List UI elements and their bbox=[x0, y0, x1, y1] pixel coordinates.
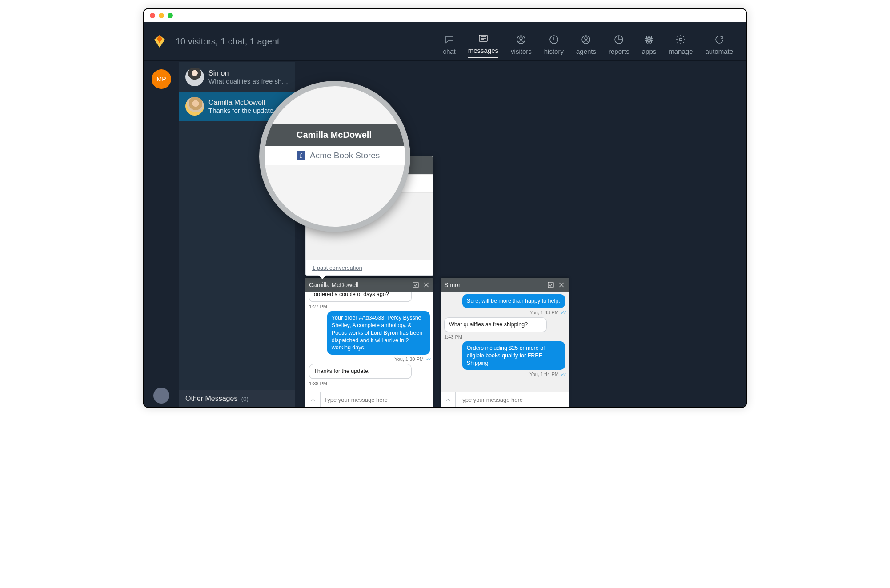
current-agent-badge[interactable]: MP bbox=[152, 69, 171, 89]
expand-input-button[interactable] bbox=[305, 392, 321, 407]
visitor-page-row-zoom: f Acme Book Stores bbox=[265, 146, 405, 165]
svg-point-16 bbox=[679, 38, 682, 41]
expand-input-button[interactable] bbox=[441, 392, 456, 407]
message-received: ordered a couple of days ago? bbox=[309, 292, 412, 302]
zoom-window-icon[interactable] bbox=[168, 13, 173, 18]
message-sent: Your order #Ad34533, Percy Bysshe Shelle… bbox=[327, 311, 430, 355]
resolve-check-icon[interactable] bbox=[412, 281, 419, 288]
conversation-preview: Thanks for the update. bbox=[208, 107, 275, 114]
zoom-lens: Camilla McDowell f Acme Book Stores bbox=[259, 81, 410, 232]
message-sent: Sure, will be more than happy to help. bbox=[462, 294, 565, 308]
conversation-name: Simon bbox=[208, 69, 288, 77]
message-timestamp: 1:43 PM bbox=[444, 334, 565, 340]
message-input[interactable] bbox=[321, 396, 433, 403]
nav-label: visitors bbox=[511, 48, 532, 55]
nav-label: history bbox=[544, 48, 564, 55]
nav-chat[interactable]: chat bbox=[443, 34, 455, 58]
nav-label: reports bbox=[609, 48, 629, 55]
conversation-preview: What qualifies as free sh… bbox=[208, 77, 288, 85]
message-timestamp: 1:38 PM bbox=[309, 381, 430, 386]
facebook-icon: f bbox=[297, 151, 305, 160]
minimize-window-icon[interactable] bbox=[159, 13, 164, 18]
other-messages-label: Other Messages bbox=[185, 395, 237, 402]
chat-window-simon: Simon Sure, will be more than happy to h… bbox=[441, 278, 569, 407]
message-input[interactable] bbox=[456, 396, 569, 403]
message-timestamp: 1:27 PM bbox=[309, 304, 430, 309]
message-received: Thanks for the update. bbox=[309, 364, 412, 379]
nav-label: manage bbox=[669, 48, 693, 55]
refresh-cycle-icon bbox=[713, 34, 726, 45]
other-messages-count: (0) bbox=[241, 396, 249, 402]
close-window-icon[interactable] bbox=[150, 13, 155, 18]
message-meta: You, 1:44 PM✓✓ bbox=[444, 372, 565, 377]
svg-point-13 bbox=[645, 38, 653, 41]
chat-window-title: Camilla McDowell bbox=[309, 281, 409, 288]
visitor-page-link-zoom: Acme Book Stores bbox=[310, 151, 380, 160]
message-meta: You, 1:43 PM✓✓ bbox=[444, 310, 565, 316]
nav-messages[interactable]: messages bbox=[468, 33, 498, 58]
nav-visitors[interactable]: visitors bbox=[511, 34, 532, 58]
chat-window-title: Simon bbox=[444, 281, 544, 288]
svg-rect-20 bbox=[548, 282, 553, 288]
close-icon[interactable] bbox=[558, 281, 565, 288]
avatar bbox=[185, 68, 204, 86]
message-timestamp: You, 1:44 PM bbox=[529, 372, 559, 377]
agent-headset-icon bbox=[580, 34, 592, 45]
read-receipt-icon: ✓✓ bbox=[561, 372, 565, 377]
message-sent: Orders including $25 or more of eligible… bbox=[462, 341, 565, 370]
chat-window-header[interactable]: Simon bbox=[441, 278, 569, 292]
svg-point-10 bbox=[585, 37, 587, 40]
read-receipt-icon: ✓✓ bbox=[561, 310, 565, 315]
past-conversation-link[interactable]: 1 past conversation bbox=[312, 264, 362, 271]
nav-label: chat bbox=[443, 48, 455, 55]
message-meta: You, 1:30 PM✓✓ bbox=[309, 356, 430, 362]
close-icon[interactable] bbox=[423, 281, 430, 288]
nav-history[interactable]: history bbox=[544, 34, 564, 58]
visitor-profile-name-zoom: Camilla McDowell bbox=[265, 124, 405, 146]
app-header: 10 visitors, 1 chat, 1 agent chat messag… bbox=[144, 22, 746, 61]
atom-apps-icon bbox=[643, 34, 655, 45]
message-timestamp: You, 1:43 PM bbox=[529, 310, 559, 315]
message-received: What qualifies as free shipping? bbox=[444, 317, 547, 332]
nav-label: messages bbox=[468, 47, 498, 54]
user-circle-icon bbox=[515, 34, 527, 45]
app-logo[interactable] bbox=[144, 34, 176, 48]
nav-agents[interactable]: agents bbox=[576, 34, 596, 58]
app-window: 10 visitors, 1 chat, 1 agent chat messag… bbox=[143, 8, 747, 408]
history-clock-icon bbox=[548, 34, 560, 45]
read-receipt-icon: ✓✓ bbox=[425, 356, 430, 362]
chat-bubble-icon bbox=[443, 34, 456, 45]
svg-point-7 bbox=[520, 37, 522, 40]
nav-label: automate bbox=[705, 48, 733, 55]
chat-window-camilla: Camilla McDowell ordered a couple of day… bbox=[305, 278, 433, 407]
nav-apps[interactable]: apps bbox=[642, 34, 657, 58]
nav-manage[interactable]: manage bbox=[669, 34, 693, 58]
nav-automate[interactable]: automate bbox=[705, 34, 733, 58]
agent-avatar-icon[interactable] bbox=[153, 388, 169, 404]
nav-reports[interactable]: reports bbox=[609, 34, 629, 58]
inbox-lines-icon bbox=[477, 33, 489, 44]
nav-label: apps bbox=[642, 48, 657, 55]
conversation-item-simon[interactable]: Simon What qualifies as free sh… bbox=[179, 62, 295, 92]
mac-titlebar bbox=[144, 9, 746, 22]
svg-rect-17 bbox=[413, 282, 418, 288]
pie-chart-icon bbox=[613, 34, 625, 45]
agent-column: MP bbox=[144, 62, 179, 407]
resolve-check-icon[interactable] bbox=[547, 281, 554, 288]
conversation-name: Camilla McDowell bbox=[208, 99, 275, 107]
status-summary: 10 visitors, 1 chat, 1 agent bbox=[176, 36, 443, 47]
nav-label: agents bbox=[576, 48, 596, 55]
avatar bbox=[185, 97, 204, 116]
other-messages-section[interactable]: Other Messages (0) bbox=[179, 390, 295, 407]
svg-point-12 bbox=[648, 39, 650, 40]
gear-icon bbox=[674, 34, 687, 45]
top-nav: chat messages visitors history agents bbox=[443, 22, 746, 60]
chat-window-header[interactable]: Camilla McDowell bbox=[305, 278, 433, 292]
message-timestamp: You, 1:30 PM bbox=[394, 356, 424, 362]
